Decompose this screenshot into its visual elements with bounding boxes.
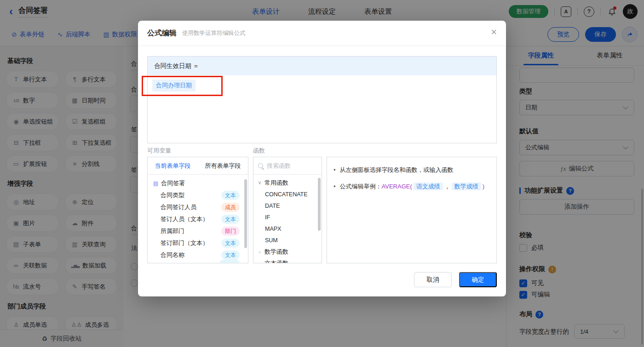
- functions-label: 函数: [253, 147, 265, 155]
- cancel-button[interactable]: 取消: [414, 272, 452, 287]
- variables-label: 可用变量: [147, 147, 171, 155]
- confirm-button[interactable]: 确定: [459, 272, 497, 287]
- chevron-down-icon: ∨: [257, 180, 262, 186]
- tab-current-form-fields[interactable]: 当前表单字段: [148, 157, 198, 174]
- variable-rows: 合同类型 文本 合同签订人员 成员 签订人员（文本） 文本 所属部门 部门 签订…: [148, 189, 248, 261]
- function-item[interactable]: MAPX: [253, 223, 322, 234]
- field-type-badge: 文本: [221, 239, 240, 248]
- variable-row[interactable]: 签订人员（文本） 文本: [148, 213, 248, 225]
- tips-panel: • 从左侧面板选择字段名和函数，或输入函数 • 公式编辑举例：AVERAGE(语…: [327, 157, 497, 263]
- scrollbar[interactable]: [318, 178, 321, 231]
- chevron-right-icon: ›: [257, 249, 262, 255]
- variable-row[interactable]: 签订部门（文本） 文本: [148, 237, 248, 249]
- example-field-tag: 数学成绩: [452, 182, 481, 190]
- tip-line: • 从左侧面板选择字段名和函数，或输入函数: [334, 165, 490, 175]
- function-item[interactable]: SUM: [253, 234, 322, 246]
- variable-row[interactable]: 合同类型 文本: [148, 189, 248, 201]
- close-icon[interactable]: ×: [491, 27, 497, 37]
- tip-example-line: • 公式编辑举例：AVERAGE(语文成绩，数学成绩): [334, 182, 490, 192]
- field-type-badge: 文本: [221, 191, 240, 200]
- field-type-badge: 文本: [221, 250, 240, 260]
- equals-sign: =: [194, 63, 198, 69]
- formula-edit-dialog: 公式编辑 使用数学运算符编辑公式 × 合同生效日期 = 合同办理日期 可用变量 …: [138, 21, 506, 296]
- search-placeholder: 搜索函数: [267, 162, 291, 170]
- formula-field-tag[interactable]: 合同办理日期: [152, 80, 196, 91]
- functions-panel: 搜索函数 ∨常用函数CONCATENATEDATEIFMAPXSUM›数学函数›…: [253, 157, 322, 263]
- example-field-tag: 语文成绩: [414, 182, 443, 190]
- field-type-badge: 成员: [221, 203, 240, 212]
- tab-all-form-fields[interactable]: 所有表单字段: [198, 157, 248, 174]
- scrollbar[interactable]: [244, 179, 247, 248]
- dialog-subtitle: 使用数学运算符编辑公式: [182, 29, 246, 37]
- formula-target: 合同生效日期: [154, 62, 191, 70]
- field-type-badge: 部门: [221, 227, 240, 236]
- chevron-right-icon: ›: [257, 261, 262, 264]
- example-function: AVERAGE(: [382, 183, 412, 190]
- field-type-badge: 文本: [221, 215, 240, 224]
- function-item[interactable]: CONCATENATE: [253, 188, 322, 200]
- function-group[interactable]: ›数学函数: [253, 246, 322, 257]
- function-item[interactable]: IF: [253, 211, 322, 223]
- function-search[interactable]: 搜索函数: [253, 157, 322, 175]
- function-group[interactable]: ›文本函数: [253, 257, 322, 263]
- variable-row[interactable]: 合同签订人员 成员: [148, 201, 248, 213]
- formula-target-bar: 合同生效日期 =: [148, 57, 496, 75]
- variables-list: ▤ 合同签署 合同类型 文本 合同签订人员 成员 签订人员（文本） 文本 所属部…: [148, 175, 248, 261]
- form-doc-icon: ▤: [153, 180, 158, 187]
- variable-row[interactable]: 所属部门 部门: [148, 225, 248, 237]
- variables-panel: 当前表单字段 所有表单字段 ▤ 合同签署 合同类型 文本 合同签订人员 成员 签…: [147, 157, 248, 263]
- dialog-title: 公式编辑: [147, 28, 177, 38]
- form-node[interactable]: ▤ 合同签署: [148, 177, 248, 189]
- function-item[interactable]: DATE: [253, 200, 322, 211]
- function-group[interactable]: ∨常用函数: [253, 177, 322, 188]
- variables-tabs: 当前表单字段 所有表单字段: [148, 157, 248, 175]
- functions-list: ∨常用函数CONCATENATEDATEIFMAPXSUM›数学函数›文本函数: [253, 175, 322, 263]
- partially-visible-badge: [219, 259, 240, 263]
- formula-editor[interactable]: 合同生效日期 = 合同办理日期: [147, 56, 497, 143]
- dialog-header: 公式编辑 使用数学运算符编辑公式 ×: [138, 21, 506, 46]
- search-icon: [258, 163, 263, 168]
